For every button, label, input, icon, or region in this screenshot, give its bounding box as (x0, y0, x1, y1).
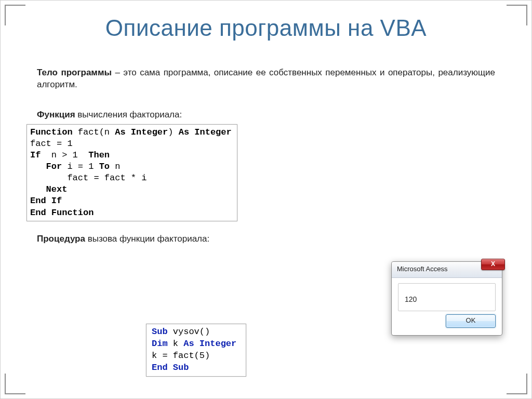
close-icon: X (491, 260, 495, 268)
function-code: Function fact(n As Integer) As Integer f… (30, 127, 232, 219)
function-heading-rest: вычисления факториала: (75, 110, 182, 119)
procedure-heading-bold: Процедура (37, 234, 85, 244)
slide-title: Описание программы на VBA (1, 15, 531, 41)
ok-button[interactable]: OK (446, 314, 496, 328)
dialog-body: 120 (392, 278, 502, 314)
body-paragraph: Тело программы – это сама программа, опи… (37, 67, 495, 91)
function-heading: Функция вычисления факториала: (37, 110, 495, 120)
msgbox-dialog: Microsoft Access X 120 OK (391, 261, 502, 336)
sub-code-box: Sub vysov() Dim k As Integer k = fact(5)… (146, 324, 246, 377)
dialog-title: Microsoft Access (397, 265, 448, 273)
dialog-footer: OK (392, 314, 502, 335)
dialog-titlebar: Microsoft Access X (392, 262, 502, 278)
sub-code: Sub vysov() Dim k As Integer k = fact(5)… (152, 326, 236, 374)
procedure-heading-rest: вызова функции факториала: (85, 234, 209, 244)
body-paragraph-bold: Тело программы (37, 68, 112, 77)
corner-decoration-tl (5, 5, 25, 25)
dialog-inner: 120 (398, 283, 496, 311)
procedure-heading: Процедура вызова функции факториала: (37, 234, 495, 244)
corner-decoration-tr (507, 5, 527, 25)
dialog-message: 120 (405, 295, 489, 303)
corner-decoration-br (507, 374, 527, 394)
corner-decoration-bl (5, 374, 25, 394)
function-heading-bold: Функция (37, 110, 75, 119)
function-code-box: Function fact(n As Integer) As Integer f… (26, 124, 237, 221)
close-button[interactable]: X (481, 259, 505, 270)
